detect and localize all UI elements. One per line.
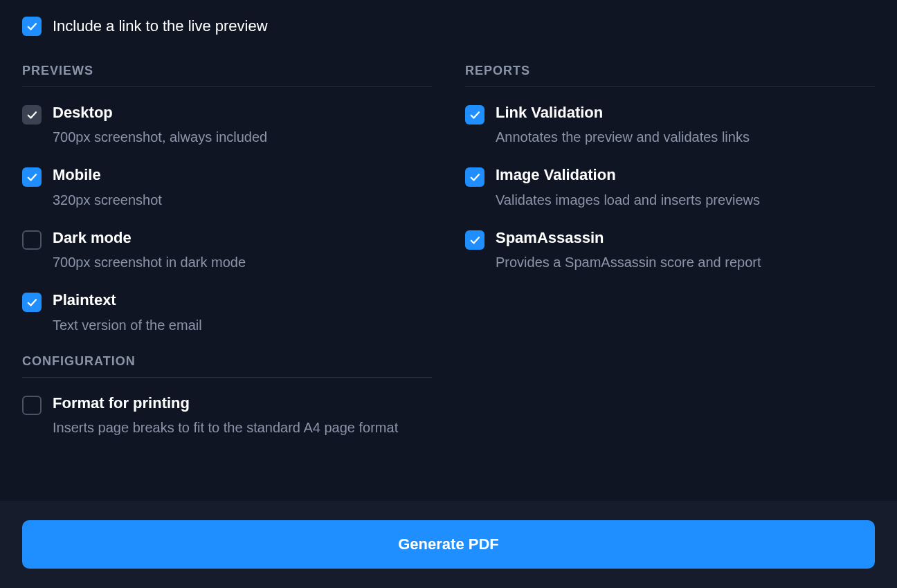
option-description: Inserts page breaks to fit to the standa… — [53, 418, 432, 437]
check-icon — [26, 20, 38, 33]
link-validation-checkbox[interactable] — [465, 105, 484, 125]
desktop-checkbox — [22, 105, 42, 125]
mobile-checkbox[interactable] — [22, 167, 42, 187]
report-option-spamassassin[interactable]: SpamAssassin Provides a SpamAssassin sco… — [465, 229, 875, 272]
option-description: 320px screenshot — [53, 190, 432, 210]
option-title: Link Validation — [496, 104, 875, 122]
option-title: Plaintext — [53, 291, 432, 309]
check-icon — [26, 109, 38, 121]
option-description: Validates images load and inserts previe… — [496, 190, 875, 210]
report-option-link-validation[interactable]: Link Validation Annotates the preview an… — [465, 104, 875, 147]
option-title: Mobile — [53, 166, 432, 184]
include-link-label: Include a link to the live preview — [53, 17, 268, 35]
config-option-print[interactable]: Format for printing Inserts page breaks … — [22, 394, 432, 437]
option-description: 700px screenshot in dark mode — [53, 252, 432, 272]
check-icon — [26, 296, 38, 309]
footer-bar: Generate PDF — [0, 501, 897, 588]
reports-header: REPORTS — [465, 64, 875, 87]
format-for-printing-checkbox[interactable] — [22, 396, 42, 415]
option-description: Annotates the preview and validates link… — [496, 127, 875, 147]
option-description: Provides a SpamAssassin score and report — [496, 252, 875, 272]
option-title: Dark mode — [53, 229, 432, 247]
check-icon — [469, 234, 481, 246]
dark-mode-checkbox[interactable] — [22, 230, 42, 250]
option-description: 700px screenshot, always included — [53, 127, 432, 147]
previews-header: PREVIEWS — [22, 64, 432, 87]
image-validation-checkbox[interactable] — [465, 167, 484, 187]
include-link-row[interactable]: Include a link to the live preview — [22, 17, 875, 36]
plaintext-checkbox[interactable] — [22, 293, 42, 312]
check-icon — [469, 171, 481, 183]
option-title: Image Validation — [496, 166, 875, 184]
generate-pdf-button[interactable]: Generate PDF — [22, 520, 875, 569]
option-title: Format for printing — [53, 394, 432, 412]
preview-option-dark-mode[interactable]: Dark mode 700px screenshot in dark mode — [22, 229, 432, 272]
report-option-image-validation[interactable]: Image Validation Validates images load a… — [465, 166, 875, 209]
include-link-checkbox[interactable] — [22, 17, 42, 36]
check-icon — [469, 109, 481, 121]
preview-option-plaintext[interactable]: Plaintext Text version of the email — [22, 291, 432, 334]
preview-option-mobile[interactable]: Mobile 320px screenshot — [22, 166, 432, 209]
spamassassin-checkbox[interactable] — [465, 230, 484, 250]
option-title: Desktop — [53, 104, 432, 122]
configuration-header: CONFIGURATION — [22, 354, 432, 378]
option-title: SpamAssassin — [496, 229, 875, 247]
option-description: Text version of the email — [53, 315, 432, 335]
check-icon — [26, 171, 38, 183]
preview-option-desktop[interactable]: Desktop 700px screenshot, always include… — [22, 104, 432, 147]
